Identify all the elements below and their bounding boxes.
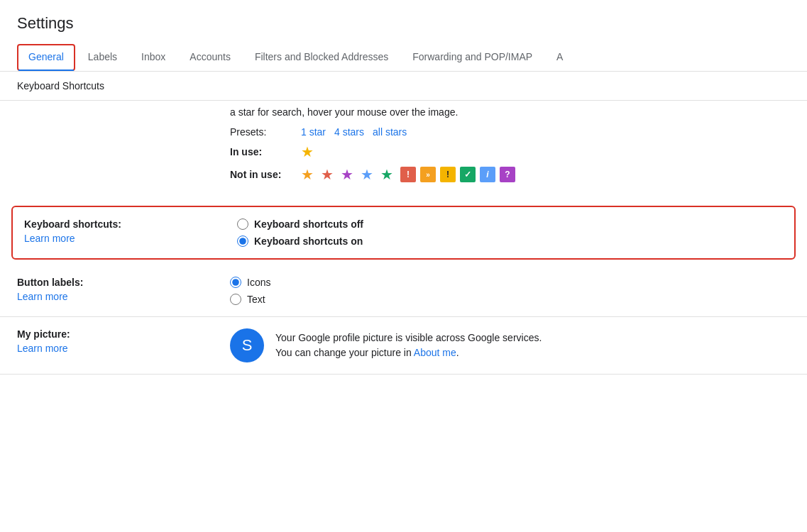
section-header: Keyboard Shortcuts (0, 72, 807, 101)
icons-radio[interactable] (230, 277, 241, 288)
keyboard-shortcuts-row: Keyboard shortcuts: Learn more Keyboard … (11, 206, 796, 260)
in-use-stars: ★ (301, 143, 317, 160)
tab-accounts[interactable]: Accounts (178, 44, 242, 71)
not-in-use-label: Not in use: (230, 169, 301, 180)
tab-forwarding[interactable]: Forwarding and POP/IMAP (401, 44, 544, 71)
in-use-label: In use: (230, 146, 301, 157)
purple-question-badge: ? (500, 167, 515, 182)
green-check-badge: ✓ (460, 167, 476, 182)
picture-controls: S Your Google profile picture is visible… (230, 328, 542, 362)
keyboard-shortcuts-label-col: Keyboard shortcuts: Learn more (24, 218, 237, 244)
avatar-letter: S (242, 336, 253, 355)
orange-chevron-badge: » (420, 167, 436, 182)
not-in-use-row: Not in use: ★ ★ ★ ★ ★ ! » ! ✓ i ? (17, 166, 790, 183)
preset-4stars[interactable]: 4 stars (334, 126, 364, 138)
text-label: Text (247, 294, 265, 305)
tabs-bar: General Labels Inbox Accounts Filters an… (0, 44, 807, 72)
preset-1star[interactable]: 1 star (301, 126, 326, 138)
icons-option[interactable]: Icons (230, 277, 790, 288)
text-option[interactable]: Text (230, 294, 790, 305)
shortcuts-on-radio[interactable] (237, 235, 248, 247)
purple-star-icon: ★ (341, 166, 353, 183)
my-picture-row: My picture: Learn more S Your Google pro… (0, 317, 807, 375)
blue-star-icon: ★ (361, 166, 373, 183)
not-in-use-stars: ★ ★ ★ ★ ★ ! » ! ✓ i ? (301, 166, 515, 183)
presets-row: Presets: 1 star 4 stars all stars (17, 126, 790, 138)
tab-filters[interactable]: Filters and Blocked Addresses (243, 44, 400, 71)
keyboard-shortcuts-label: Keyboard shortcuts: (24, 218, 121, 230)
keyboard-shortcuts-controls: Keyboard shortcuts off Keyboard shortcut… (237, 218, 783, 247)
picture-desc-line2: You can change your picture in (275, 347, 414, 358)
tab-labels[interactable]: Labels (77, 44, 128, 71)
about-me-link[interactable]: About me (414, 347, 456, 358)
red-star-icon: ★ (321, 166, 334, 183)
stars-section: a star for search, hover your mouse over… (0, 101, 807, 200)
button-labels-row: Button labels: Learn more Icons Text (0, 265, 807, 317)
presets-label: Presets: (230, 126, 301, 138)
teal-star-icon: ★ (380, 166, 393, 183)
button-labels-learn-more[interactable]: Learn more (17, 291, 230, 302)
my-picture-learn-more[interactable]: Learn more (17, 343, 230, 354)
picture-description: Your Google profile picture is visible a… (275, 331, 542, 360)
shortcuts-off-label: Keyboard shortcuts off (254, 218, 363, 230)
tab-inbox[interactable]: Inbox (130, 44, 177, 71)
in-use-row: In use: ★ (17, 143, 790, 160)
shortcuts-on-label: Keyboard shortcuts on (254, 235, 363, 247)
page-container: Settings General Labels Inbox Accounts F… (0, 0, 807, 532)
button-labels-label-col: Button labels: Learn more (17, 277, 230, 302)
picture-desc-end: . (456, 347, 459, 358)
button-labels-controls: Icons Text (230, 277, 790, 305)
settings-content: Keyboard shortcuts: Learn more Keyboard … (0, 206, 807, 375)
stars-description: a star for search, hover your mouse over… (17, 106, 790, 118)
red-bang-badge: ! (400, 167, 416, 182)
shortcuts-on-option[interactable]: Keyboard shortcuts on (237, 235, 783, 247)
blue-info-badge: i (480, 167, 495, 182)
text-radio[interactable] (230, 294, 241, 305)
shortcuts-off-radio[interactable] (237, 218, 248, 230)
page-title: Settings (0, 14, 807, 44)
preset-allstars[interactable]: all stars (373, 126, 407, 138)
my-picture-label-col: My picture: Learn more (17, 328, 230, 354)
button-labels-label: Button labels: (17, 277, 83, 288)
my-picture-label: My picture: (17, 328, 70, 340)
gold-star-icon: ★ (301, 143, 314, 160)
orange-star-icon: ★ (301, 166, 314, 183)
shortcuts-off-option[interactable]: Keyboard shortcuts off (237, 218, 783, 230)
keyboard-shortcuts-learn-more[interactable]: Learn more (24, 233, 237, 244)
avatar[interactable]: S (230, 328, 264, 362)
yellow-bang-badge: ! (440, 167, 456, 182)
picture-desc-line1: Your Google profile picture is visible a… (275, 332, 542, 343)
tab-more[interactable]: A (545, 44, 574, 71)
icons-label: Icons (247, 277, 270, 288)
tab-general[interactable]: General (17, 44, 75, 71)
